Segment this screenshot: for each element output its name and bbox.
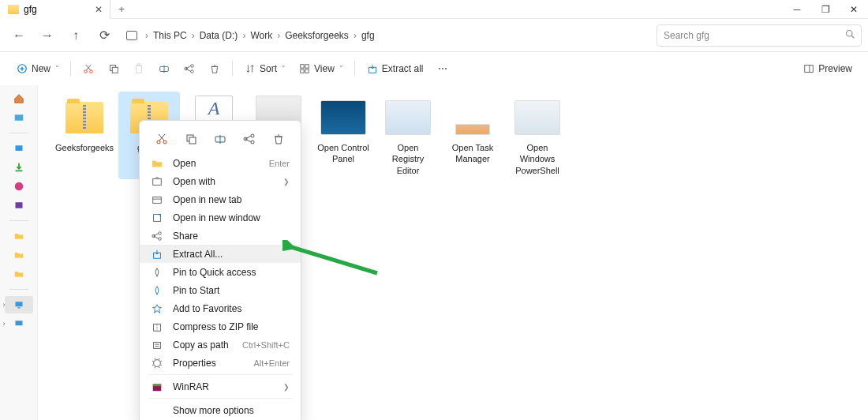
svg-point-34 bbox=[163, 141, 166, 144]
ctx-rename-button[interactable] bbox=[210, 129, 230, 149]
breadcrumb-item[interactable]: This PC bbox=[153, 30, 187, 41]
extract-icon bbox=[151, 248, 163, 261]
svg-rect-38 bbox=[189, 137, 196, 144]
props-icon bbox=[151, 357, 163, 369]
context-menu-item[interactable]: PropertiesAlt+Enter bbox=[140, 354, 301, 372]
svg-rect-19 bbox=[305, 65, 309, 68]
svg-point-28 bbox=[14, 182, 23, 191]
file-thumbnail bbox=[514, 95, 560, 141]
file-label: Geeksforgeeks bbox=[55, 142, 114, 153]
share-button[interactable] bbox=[178, 57, 200, 81]
breadcrumb-item[interactable]: Data (D:) bbox=[200, 30, 238, 41]
file-label: Open Registry Editor bbox=[380, 142, 436, 176]
ctx-share-button[interactable] bbox=[239, 129, 260, 149]
rename-icon bbox=[158, 62, 170, 75]
breadcrumb-item[interactable]: Geeksforgeeks bbox=[285, 30, 349, 41]
file-item[interactable]: Open Windows PowerShell bbox=[507, 92, 568, 179]
scissors-icon bbox=[82, 62, 95, 75]
file-label: Open Task Manager bbox=[445, 142, 500, 165]
extract-icon bbox=[366, 62, 379, 75]
sidebar-folder[interactable] bbox=[5, 227, 33, 245]
paste-icon bbox=[133, 62, 145, 75]
context-menu-item[interactable]: Share bbox=[140, 227, 301, 245]
extract-all-button[interactable]: Extract all bbox=[361, 57, 428, 81]
svg-rect-23 bbox=[805, 66, 814, 73]
up-button[interactable]: ↑ bbox=[63, 23, 88, 48]
folder-icon bbox=[151, 157, 163, 170]
close-button[interactable]: ✕ bbox=[840, 0, 868, 19]
ctx-copy-button[interactable] bbox=[181, 129, 201, 149]
sidebar-gallery[interactable] bbox=[5, 109, 33, 126]
ctx-cut-button[interactable] bbox=[152, 129, 172, 149]
context-menu-item[interactable]: Add to Favorites bbox=[140, 299, 301, 317]
sidebar-music[interactable] bbox=[5, 178, 33, 195]
file-item[interactable]: Open Task Manager bbox=[442, 92, 503, 179]
navbar: ← → ↑ ⟳ › This PC › Data (D:) › Work › G… bbox=[0, 19, 868, 52]
search-input[interactable]: Search gfg bbox=[657, 24, 862, 47]
file-item[interactable]: Open Registry Editor bbox=[377, 92, 439, 179]
rename-button[interactable] bbox=[153, 57, 175, 81]
copy-button[interactable] bbox=[103, 57, 125, 81]
shortcut-label: Enter bbox=[269, 159, 290, 168]
svg-rect-54 bbox=[154, 342, 161, 348]
minimize-button[interactable]: ─ bbox=[783, 0, 811, 19]
context-menu-label: Open bbox=[173, 158, 260, 169]
context-menu-label: WinRAR bbox=[173, 381, 274, 392]
ctx-delete-button[interactable] bbox=[268, 129, 289, 149]
more-button[interactable]: ⋯ bbox=[432, 57, 454, 81]
sidebar-network[interactable]: › bbox=[5, 315, 33, 332]
add-tab-button[interactable]: + bbox=[110, 3, 133, 15]
svg-line-8 bbox=[86, 65, 91, 70]
context-menu-item[interactable]: OpenEnter bbox=[140, 154, 301, 172]
sidebar-this-pc[interactable]: › bbox=[5, 296, 33, 313]
context-menu-item[interactable]: Open in new window bbox=[140, 208, 301, 227]
cut-button[interactable] bbox=[77, 57, 99, 81]
preview-button[interactable]: Preview bbox=[798, 57, 857, 81]
breadcrumb-item[interactable]: gfg bbox=[361, 30, 375, 41]
breadcrumb[interactable]: › This PC › Data (D:) › Work › Geeksforg… bbox=[120, 30, 653, 41]
file-item[interactable]: Geeksforgeeks bbox=[54, 92, 115, 179]
context-menu-item[interactable]: Extract All... bbox=[140, 245, 301, 263]
sidebar-folder[interactable] bbox=[5, 265, 33, 283]
context-menu-item[interactable]: Compress to ZIP file bbox=[140, 317, 301, 336]
pin-icon bbox=[151, 266, 163, 279]
sidebar-desktop[interactable] bbox=[5, 140, 33, 157]
paste-button[interactable] bbox=[128, 57, 150, 81]
forward-button[interactable]: → bbox=[35, 23, 60, 48]
context-menu-item[interactable]: Open in new tab bbox=[140, 190, 301, 208]
sidebar-videos[interactable] bbox=[5, 197, 33, 214]
new-label: New bbox=[32, 63, 51, 74]
maximize-button[interactable]: ❐ bbox=[811, 0, 840, 19]
context-menu-item[interactable]: Show more options bbox=[140, 401, 301, 419]
refresh-button[interactable]: ⟳ bbox=[92, 23, 117, 48]
svg-rect-20 bbox=[301, 69, 304, 73]
context-menu-item[interactable]: Pin to Start bbox=[140, 281, 301, 299]
file-item[interactable]: Open Control Panel bbox=[312, 92, 374, 179]
tab-gfg[interactable]: gfg ✕ bbox=[0, 0, 110, 19]
trash-icon bbox=[208, 62, 221, 75]
sort-button[interactable]: Sort ˅ bbox=[239, 57, 290, 81]
context-menu-item[interactable]: WinRAR❯ bbox=[140, 377, 301, 396]
sidebar-downloads[interactable] bbox=[5, 159, 33, 176]
new-button[interactable]: New ˅ bbox=[11, 57, 64, 81]
context-menu-item[interactable]: Pin to Quick access bbox=[140, 263, 301, 281]
context-menu-item[interactable]: Open with❯ bbox=[140, 172, 301, 190]
newtab-icon bbox=[151, 193, 163, 206]
context-menu-label: Properties bbox=[173, 358, 244, 369]
back-button[interactable]: ← bbox=[6, 23, 32, 48]
context-menu-label: Compress to ZIP file bbox=[173, 321, 290, 332]
context-menu-item[interactable]: Copy as pathCtrl+Shift+C bbox=[140, 336, 301, 354]
close-tab-icon[interactable]: ✕ bbox=[92, 3, 105, 16]
zip-icon bbox=[151, 321, 163, 333]
newwindow-icon bbox=[151, 212, 163, 224]
svg-line-36 bbox=[159, 134, 164, 141]
copypath-icon bbox=[151, 339, 163, 351]
view-button[interactable]: View ˅ bbox=[294, 57, 348, 81]
breadcrumb-item[interactable]: Work bbox=[250, 30, 272, 41]
delete-button[interactable] bbox=[204, 57, 226, 81]
sidebar-home[interactable] bbox=[5, 90, 33, 107]
sidebar-folder[interactable] bbox=[5, 246, 33, 264]
svg-rect-47 bbox=[154, 214, 161, 221]
plus-icon bbox=[16, 62, 28, 75]
window-controls: ─ ❐ ✕ bbox=[783, 0, 868, 19]
